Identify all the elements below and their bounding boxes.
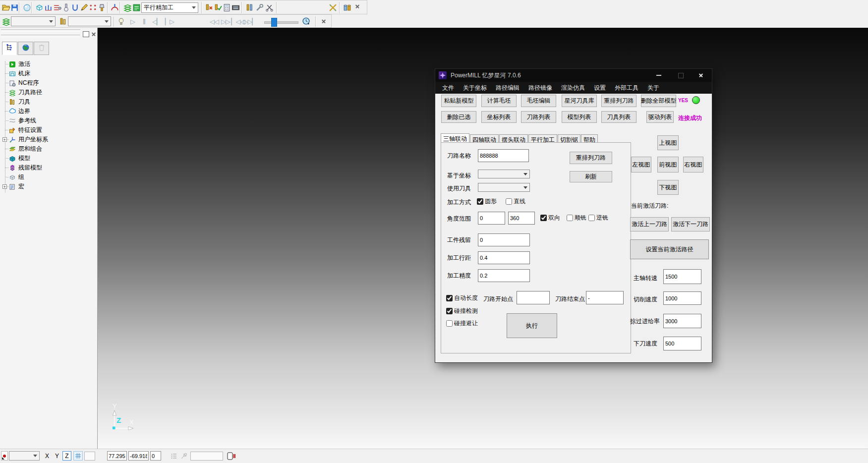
activate-prev-button[interactable]: 激活上一刀路 — [630, 217, 669, 232]
rewind-icon[interactable] — [208, 17, 220, 26]
tab-explorer-tree[interactable] — [2, 42, 17, 55]
conventional-checkbox-row[interactable]: 逆铣 — [588, 214, 608, 222]
coordinate-list-icon[interactable] — [170, 451, 178, 461]
statusbar-dropdown[interactable] — [9, 451, 40, 461]
start-point-input[interactable] — [517, 291, 550, 304]
view-right-button[interactable]: 右视图 — [683, 157, 703, 173]
skip-end-icon[interactable] — [243, 17, 257, 26]
tool-pair-icon[interactable] — [245, 3, 254, 12]
ball-tool-icon[interactable] — [61, 3, 71, 12]
collision-avoid-checkbox[interactable] — [446, 320, 453, 327]
circle-checkbox[interactable] — [477, 198, 483, 205]
axis-z-button[interactable]: Z — [62, 451, 71, 461]
tree-item-boundaries[interactable]: 边界 — [0, 107, 97, 116]
cursor-x-input[interactable] — [107, 451, 127, 461]
grid-toggle-button[interactable] — [73, 451, 83, 461]
view-bottom-button[interactable]: 下视图 — [657, 180, 679, 195]
toolpath-name-input[interactable] — [478, 149, 529, 162]
collision-check-checkbox[interactable] — [446, 308, 453, 314]
angle-from-input[interactable] — [478, 212, 505, 225]
set-active-path-button[interactable]: 设置当前激活路径 — [630, 239, 709, 259]
collision-avoid-checkbox-row[interactable]: 碰撞避让 — [446, 319, 478, 328]
paste-new-model-button[interactable]: 粘贴新模型 — [441, 95, 476, 107]
skim-feed-input[interactable] — [663, 314, 701, 328]
lightbulb-icon[interactable] — [116, 17, 126, 26]
tree-item-activate[interactable]: 激活 — [0, 59, 97, 69]
panel-gripper[interactable] — [1, 35, 80, 37]
menu-about-coords[interactable]: 关于坐标 — [459, 84, 491, 92]
maximize-button[interactable] — [673, 69, 688, 82]
tool-holder-icon[interactable] — [97, 3, 107, 12]
tab-trash[interactable] — [34, 42, 49, 55]
tree-item-machine-tool[interactable]: 机床 — [0, 69, 97, 78]
tolerance-field[interactable] — [190, 452, 223, 461]
sim-toolpath-dropdown[interactable] — [11, 16, 56, 26]
line-checkbox[interactable] — [506, 198, 512, 205]
pattern-pencil-icon[interactable] — [79, 3, 89, 12]
menu-path-edit[interactable]: 路径编辑 — [491, 84, 524, 92]
point-picker-button[interactable] — [1, 451, 8, 461]
panel-close-icon[interactable] — [91, 31, 96, 37]
end-point-input[interactable] — [586, 291, 624, 304]
block-icon[interactable] — [35, 3, 44, 12]
sim-tool-dropdown[interactable] — [68, 16, 111, 26]
boundary-icon[interactable] — [70, 3, 80, 12]
climb-checkbox[interactable] — [567, 215, 573, 221]
bidirectional-checkbox[interactable] — [540, 215, 547, 221]
rearrange-button[interactable]: 重排列刀路 — [570, 152, 612, 164]
step-forward-icon[interactable] — [164, 17, 175, 26]
tree-item-stock-models[interactable]: 残留模型 — [0, 163, 97, 173]
grid-size-field[interactable] — [84, 452, 95, 461]
pause-icon[interactable] — [139, 17, 149, 26]
z-limits-icon[interactable] — [44, 3, 53, 12]
auto-length-checkbox-row[interactable]: 自动长度 — [446, 294, 478, 302]
step-back-icon[interactable] — [151, 17, 163, 26]
keypad-icon[interactable] — [231, 3, 240, 12]
menu-file[interactable]: 文件 — [438, 84, 459, 92]
tab-3axis[interactable]: 三轴联动 — [441, 133, 469, 143]
expand-icon[interactable] — [2, 137, 7, 142]
tree-item-models[interactable]: 模型 — [0, 154, 97, 163]
axis-y-button[interactable]: Y — [53, 451, 61, 461]
climb-checkbox-row[interactable]: 顺铣 — [567, 214, 586, 222]
axis-x-button[interactable]: X — [43, 451, 52, 461]
expand-icon[interactable] — [2, 184, 7, 189]
tab-globe[interactable] — [18, 42, 33, 55]
tool-delete-icon[interactable] — [204, 3, 214, 12]
collision-check-checkbox-row[interactable]: 碰撞检测 — [446, 307, 478, 315]
cross-arrows-icon[interactable] — [328, 3, 338, 12]
tolerance-input[interactable] — [478, 269, 530, 282]
wrench-icon[interactable] — [255, 3, 264, 12]
cursor-y-input[interactable] — [128, 451, 149, 461]
workplane-anchor-icon[interactable] — [179, 451, 188, 461]
points-icon[interactable] — [88, 3, 98, 12]
toolpaths-icon[interactable] — [123, 3, 132, 12]
tree-item-nc-programs[interactable]: NC程序 — [0, 78, 97, 88]
toolbar-close-icon[interactable] — [354, 3, 361, 10]
tree-item-workplanes[interactable]: 用户坐标系 — [0, 135, 97, 144]
clipboard-pause-icon[interactable] — [226, 451, 237, 461]
tree-item-groups[interactable]: 组 — [0, 173, 97, 182]
activate-next-button[interactable]: 激活下一刀路 — [671, 217, 710, 232]
sim-toolbar-close-icon[interactable] — [320, 18, 327, 25]
base-coord-select[interactable] — [478, 170, 530, 178]
sphere-icon[interactable] — [22, 3, 32, 12]
toolpath-list-button[interactable]: 刀路列表 — [521, 111, 556, 123]
compute-stock-button[interactable]: 计算毛坯 — [481, 95, 517, 107]
tree-item-levels-sets[interactable]: 层和组合 — [0, 144, 97, 154]
stock-edit-button[interactable]: 毛坯编辑 — [521, 95, 556, 107]
fast-forward-icon[interactable] — [220, 17, 231, 26]
menu-settings[interactable]: 设置 — [589, 84, 610, 92]
delete-selected-button[interactable]: 删除已选 — [441, 111, 476, 123]
menu-path-mirror[interactable]: 路径镜像 — [524, 84, 557, 92]
delete-all-models-button[interactable]: 删除全部模型 — [641, 95, 676, 107]
stepover-input[interactable] — [478, 251, 530, 264]
contact-point-icon[interactable] — [110, 3, 119, 12]
view-left-button[interactable]: 左视图 — [631, 157, 651, 173]
cutting-speed-input[interactable] — [663, 291, 701, 305]
circle-checkbox-row[interactable]: 圆形 — [477, 197, 497, 206]
auto-length-checkbox[interactable] — [446, 295, 453, 301]
minimize-button[interactable] — [651, 69, 666, 82]
plunge-speed-input[interactable] — [663, 337, 701, 350]
menu-about[interactable]: 关于 — [643, 84, 664, 92]
